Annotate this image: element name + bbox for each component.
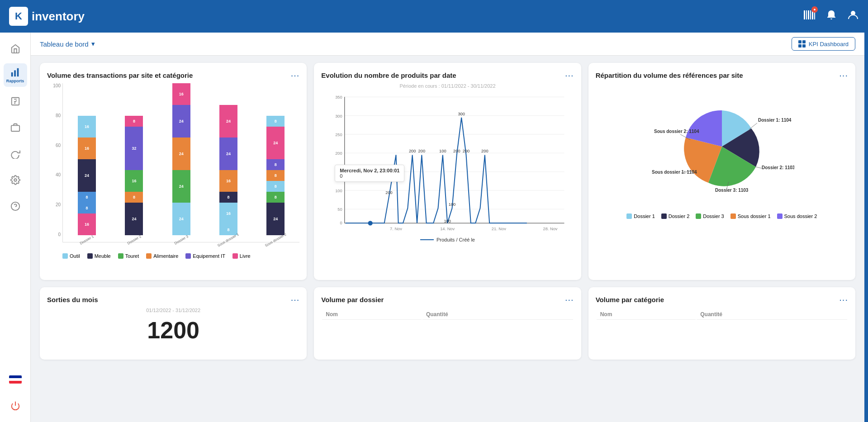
breadcrumb[interactable]: Tableau de bord ▾ [40,40,95,48]
stacked-bar-1: 16 8 8 24 16 16 [78,116,96,235]
bar-chart-content: 16 8 8 24 16 16 Dossier 1 [62,83,299,246]
pie-chart-title: Répartition du volume des références par… [596,71,743,79]
breadcrumb-chevron: ▾ [91,40,95,48]
line-chart-card: Evolution du nombre de produits par date… [314,63,581,280]
svg-text:Sous dossier 1: 1104: Sous dossier 1: 1104 [652,170,697,175]
col-name-header: Nom [322,309,422,320]
line-chart-header: Evolution du nombre de produits par date… [321,70,574,81]
bar-label-2: Dossier 2 [127,234,142,246]
barcode-icon[interactable]: ● [803,9,816,24]
kpi-dashboard-button[interactable]: KPI Dashboard [792,37,855,51]
sidebar-item-refresh[interactable] [4,142,27,166]
bar-chart-menu[interactable]: ··· [291,70,300,81]
line-legend-label: Produits / Créé le [436,237,475,242]
sorties-menu[interactable]: ··· [291,294,300,305]
svg-text:200: 200 [463,149,470,153]
sidebar-item-support[interactable] [4,194,27,218]
sidebar-flag[interactable] [4,368,27,391]
bars-area: 16 8 8 24 16 16 Dossier 1 [62,83,299,242]
stacked-bar-4: 8 16 8 16 24 24 [219,105,237,235]
user-icon[interactable] [847,9,859,24]
svg-text:200: 200 [418,149,426,153]
sorties-title: Sorties du mois [47,296,98,303]
svg-text:200: 200 [409,149,416,153]
svg-point-14 [14,179,17,181]
stacked-bar-5: 24 8 8 8 8 24 8 [266,116,285,235]
svg-rect-13 [11,125,19,131]
volume-dossier-header: Volume par dossier ··· [321,294,574,305]
col-cat-qty-header: Quantité [697,309,847,320]
bar-group-1: 16 8 8 24 16 16 Dossier 1 [66,116,108,242]
bar-chart-title: Volume des transactions par site et caté… [47,71,193,79]
line-chart-body: 350 300 250 200 150 100 50 0 7. Nov 14. … [321,92,574,242]
kpi-button-label: KPI Dashboard [809,41,849,47]
svg-line-58 [749,123,757,129]
svg-rect-7 [11,72,13,76]
bar-chart-body: 100 80 60 40 20 0 [47,83,299,246]
svg-text:0: 0 [340,221,342,225]
sidebar-item-home[interactable] [4,37,27,61]
line-legend-line [420,239,434,240]
svg-rect-8 [14,70,16,76]
line-chart-menu[interactable]: ··· [565,70,574,81]
svg-text:21. Nov: 21. Nov [492,227,506,231]
barcode-badge: ● [811,6,818,13]
sidebar-item-settings[interactable] [4,168,27,192]
bar-group-4: 8 16 8 16 24 24 Sous dossier 1 [207,105,250,242]
sorties-card: Sorties du mois ··· 01/12/2022 - 31/12/2… [40,287,307,360]
scroll-indicator[interactable] [864,33,868,422]
svg-text:50: 50 [338,207,342,212]
sorties-header: Sorties du mois ··· [47,294,299,305]
sidebar-item-inventory[interactable] [4,116,27,139]
svg-text:200: 200 [481,149,489,153]
app-name: inventory [32,9,85,24]
bottom-row: Sorties du mois ··· 01/12/2022 - 31/12/2… [40,287,855,360]
stacked-bar-2: 24 8 16 32 8 [125,116,143,235]
svg-text:200: 200 [386,190,393,195]
volume-categorie-title: Volume par catégorie [596,296,664,303]
svg-line-59 [756,167,762,168]
tooltip-dot [368,221,373,225]
svg-text:200: 200 [335,151,342,156]
svg-text:100: 100 [449,202,456,207]
pie-chart-menu[interactable]: ··· [839,70,848,81]
bar-group-2: 24 8 16 32 8 Dossier 2 [113,116,155,242]
sidebar-reports-label: Rapports [6,79,24,83]
notification-icon[interactable] [825,9,837,24]
svg-rect-21 [802,44,806,47]
line-chart-title: Evolution du nombre de produits par date [321,71,456,79]
sidebar-item-reports[interactable]: Rapports [4,63,27,87]
svg-text:250: 250 [335,133,342,137]
main-layout: Rapports [0,33,868,422]
sorties-value: 1200 [47,317,299,344]
volume-categorie-menu[interactable]: ··· [839,294,848,305]
svg-text:Dossier 2: 1103: Dossier 2: 1103 [762,165,794,170]
bar-group-3: 24 24 24 24 16 Dossier 3 [160,83,203,242]
svg-text:200: 200 [453,149,460,153]
svg-text:Sous dossier 2: 1104: Sous dossier 2: 1104 [654,129,699,134]
pie-svg: Dossier 1: 1104 Dossier 2: 1103 Dossier … [650,88,794,205]
content-area: Tableau de bord ▾ KPI Dashboard Volume d… [31,33,864,422]
charts-row: Volume des transactions par site et caté… [40,63,855,280]
volume-dossier-title: Volume par dossier [321,296,384,303]
svg-rect-18 [798,40,802,43]
volume-dossier-table: Nom Quantité [321,308,574,321]
line-chart-svg: 350 300 250 200 150 100 50 0 7. Nov 14. … [321,92,574,232]
svg-text:28. Nov: 28. Nov [543,227,558,231]
bar-chart-header: Volume des transactions par site et caté… [47,70,299,81]
svg-rect-3 [810,10,811,19]
volume-dossier-menu[interactable]: ··· [565,294,574,305]
sidebar-item-tasks[interactable] [4,90,27,113]
svg-text:100: 100 [439,149,446,153]
svg-rect-2 [808,10,809,19]
volume-dossier-card: Volume par dossier ··· Nom Quantité [314,287,581,360]
breadcrumb-label: Tableau de bord [40,40,89,48]
svg-text:Dossier 1: 1104: Dossier 1: 1104 [758,118,792,123]
logo-icon: K [9,7,28,26]
line-chart-subtitle: Période en cours : 01/11/2022 - 30/11/20… [321,83,574,89]
pie-legend: Dossier 1 Dossier 2 Dossier 3 Sous dossi… [626,213,817,219]
bar-chart-card: Volume des transactions par site et caté… [40,63,307,280]
app-logo: K inventory [9,7,85,26]
bar-chart-legend: Outil Meuble Touret Alimentaire Equipeme… [62,253,299,259]
sidebar-power[interactable] [4,394,27,417]
